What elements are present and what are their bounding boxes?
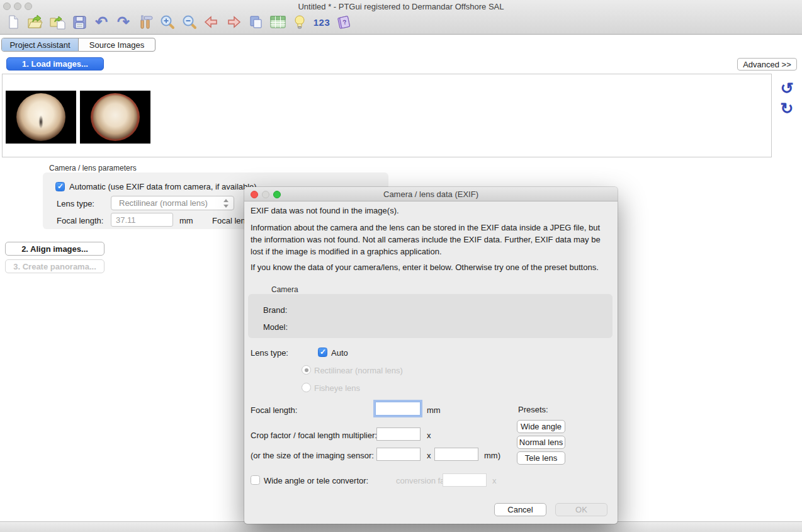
sensor-x-separator: x	[427, 451, 431, 460]
fisheye-radio[interactable]	[302, 383, 311, 392]
new-project-icon[interactable]	[5, 13, 21, 31]
control-points-icon[interactable]	[269, 13, 286, 31]
thumbnail-image-1[interactable]	[6, 91, 76, 144]
automatic-exif-label: Automatic (use EXIF data from camera, if…	[69, 182, 257, 191]
panorama-editor-icon[interactable]	[247, 13, 264, 31]
lens-type-label: Lens type:	[57, 199, 94, 208]
camera-group-box	[248, 294, 613, 338]
fisheye-photo	[16, 93, 65, 141]
crop-factor-input[interactable]	[376, 427, 421, 441]
zoom-out-icon	[182, 14, 197, 30]
thumbnail-image-2[interactable]	[80, 91, 150, 144]
rectilinear-radio-label: Rectilinear (normal lens)	[314, 366, 403, 375]
toolbar: ↶ ↷	[5, 13, 352, 31]
control-points-icon	[270, 15, 286, 29]
create-panorama-button[interactable]: 3. Create panorama...	[5, 259, 104, 273]
panorama-editor-icon	[248, 14, 263, 30]
zoom-out-icon[interactable]	[181, 13, 198, 31]
next-image-icon	[226, 14, 241, 30]
auto-lens-checkbox[interactable]	[318, 348, 327, 357]
tab-source-images[interactable]: Source Images	[79, 38, 155, 51]
zoom-in-icon	[160, 14, 175, 30]
convertor-checkbox[interactable]	[251, 475, 260, 485]
window-titlebar: Untitled * - PTGui registered to Dermand…	[0, 0, 802, 35]
advanced-button[interactable]: Advanced >>	[737, 58, 797, 71]
redo-icon[interactable]: ↷	[115, 13, 132, 31]
dialog-body-text-2: If you know the data of your camera/lens…	[251, 261, 613, 273]
optimizer-icon[interactable]	[291, 13, 308, 31]
convertor-label: Wide angle or tele convertor:	[264, 476, 368, 485]
focal-length-unit: mm	[179, 216, 193, 225]
select-stepper-icon	[223, 198, 229, 208]
apply-template-icon	[49, 14, 65, 30]
load-images-button[interactable]: 1. Load images...	[6, 57, 104, 71]
camera-lens-data-dialog: Camera / lens data (EXIF) EXIF data was …	[244, 187, 618, 524]
automatic-exif-checkbox[interactable]	[55, 182, 65, 191]
focal-length-label: Focal length:	[57, 216, 103, 225]
new-project-icon	[6, 14, 21, 30]
save-project-icon	[72, 15, 87, 30]
previous-image-icon[interactable]	[203, 13, 220, 31]
dialog-body-text-1: Information about the camera and the len…	[251, 222, 613, 258]
fisheye-photo	[91, 93, 140, 141]
crop-factor-unit: x	[427, 431, 431, 440]
rectilinear-radio[interactable]	[302, 365, 311, 375]
sensor-size-label: (or the size of the imaging sensor:	[251, 451, 374, 460]
sensor-unit: mm)	[484, 451, 500, 460]
conversion-factor-unit: x	[492, 476, 497, 485]
focal-length-value: 37.11	[116, 215, 136, 225]
zoom-in-icon[interactable]	[159, 13, 176, 31]
rotate-ccw-icon[interactable]: ↺	[778, 80, 796, 98]
rotate-cw-icon[interactable]: ↻	[778, 100, 796, 118]
model-label: Model:	[263, 322, 288, 332]
dialog-title: Camera / lens data (EXIF)	[244, 190, 618, 199]
focal-length-input[interactable]: 37.11	[111, 213, 173, 227]
dialog-intro-text: EXIF data was not found in the image(s).	[251, 205, 613, 217]
numerical-transform-icon[interactable]: 123	[313, 13, 330, 31]
previous-image-icon	[204, 14, 219, 30]
window-title: Untitled * - PTGui registered to Dermand…	[0, 2, 802, 11]
help-icon[interactable]: ?	[336, 13, 352, 31]
image-thumbnails-panel	[2, 74, 772, 157]
dialog-lens-type-label: Lens type:	[251, 348, 288, 358]
focal-multiplier-label-partial: Focal len	[212, 216, 246, 225]
auto-lens-label: Auto	[331, 348, 348, 358]
preset-wide-angle-button[interactable]: Wide angle	[517, 420, 565, 433]
open-project-icon	[27, 14, 43, 30]
undo-icon[interactable]: ↶	[93, 13, 110, 31]
dialog-focal-length-unit: mm	[427, 405, 441, 415]
fisheye-radio-label: Fisheye lens	[314, 383, 360, 393]
presets-label: Presets:	[518, 405, 548, 414]
ok-button[interactable]: OK	[555, 503, 607, 516]
preset-normal-lens-button[interactable]: Normal lens	[517, 436, 565, 449]
open-project-icon[interactable]	[27, 13, 43, 31]
cancel-button[interactable]: Cancel	[494, 503, 546, 516]
tab-project-assistant[interactable]: Project Assistant	[2, 38, 79, 51]
align-images-button[interactable]: 2. Align images...	[5, 242, 104, 256]
tools-icon	[138, 14, 153, 30]
sensor-height-input[interactable]	[434, 448, 478, 461]
help-icon: ?	[336, 14, 351, 30]
sensor-width-input[interactable]	[376, 448, 421, 461]
optimizer-icon	[293, 14, 306, 30]
save-project-icon[interactable]	[71, 13, 88, 31]
next-image-icon[interactable]	[225, 13, 242, 31]
camera-lens-parameters-label: Camera / lens parameters	[49, 164, 137, 173]
dialog-titlebar[interactable]: Camera / lens data (EXIF)	[244, 187, 618, 201]
lens-type-value: Rectilinear (normal lens)	[119, 198, 208, 208]
crop-factor-label: Crop factor / focal length multiplier:	[251, 431, 377, 440]
dialog-focal-length-input[interactable]	[375, 402, 421, 416]
lens-type-select[interactable]: Rectilinear (normal lens)	[111, 196, 234, 210]
conversion-factor-input[interactable]	[443, 473, 487, 487]
dialog-focal-length-label: Focal length:	[251, 405, 297, 415]
tools-icon[interactable]	[137, 13, 154, 31]
tab-bar: Project Assistant Source Images	[1, 38, 155, 52]
preset-tele-lens-button[interactable]: Tele lens	[517, 451, 565, 465]
brand-label: Brand:	[263, 305, 287, 315]
apply-template-icon[interactable]	[49, 13, 65, 31]
camera-group-label: Camera	[271, 285, 298, 294]
